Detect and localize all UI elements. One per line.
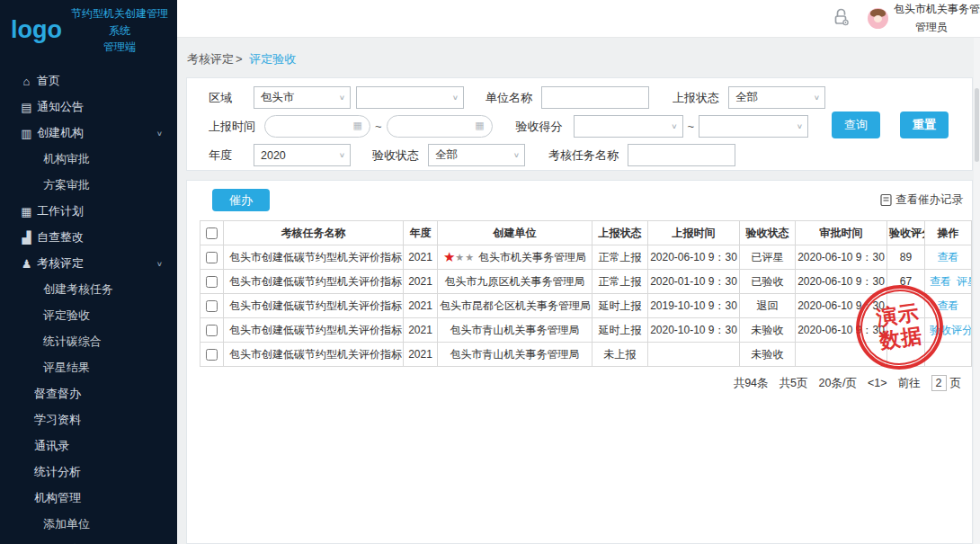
reset-button[interactable]: 重置 <box>900 111 949 138</box>
user-org-name: 包头市机关事务管理局 <box>894 1 980 18</box>
sidebar-item-contacts[interactable]: 通讯录 <box>0 433 177 459</box>
sidebar-menu: ⌂首页 ▤通知公告 ▥创建机构∨ 机构审批 方案审批 ▦工作计划 ▟自查整改 ♟… <box>0 68 177 544</box>
red-star-icon: ★ <box>443 249 455 264</box>
sidebar-item-notices[interactable]: ▤通知公告 <box>0 94 177 120</box>
calendar-icon: ▦ <box>475 120 484 131</box>
scrollbar-track[interactable] <box>974 38 980 544</box>
chevron-down-icon: ∨ <box>814 94 820 102</box>
view-urge-records-link[interactable]: 查看催办记录 <box>879 192 963 208</box>
chevron-down-icon: ∨ <box>671 122 677 130</box>
sidebar-item-org-approval[interactable]: 机构审批 <box>0 147 177 173</box>
unit-name-label: 单位名称 <box>486 90 532 106</box>
app-logo-block: logo 节约型机关创建管理系统 管理端 <box>0 0 177 59</box>
sidebar-item-home[interactable]: ⌂首页 <box>0 68 177 94</box>
task-name-input[interactable] <box>628 144 735 166</box>
org-icon: ▥ <box>19 127 34 140</box>
top-bar: 包头市机关事务管理局 管理员 <box>177 0 980 38</box>
search-button[interactable]: 查询 <box>832 111 880 138</box>
chevron-down-icon: ∨ <box>513 151 520 159</box>
breadcrumb-parent[interactable]: 考核评定 <box>187 52 234 66</box>
task-name-label: 考核任务名称 <box>548 147 619 164</box>
col-actions: 操作 <box>925 221 972 245</box>
filter-panel: 区域 包头市∨ ∨ 单位名称 上报状态 全部∨ 上报时间 ▦ ~ ▦ 验收得分 … <box>186 77 973 171</box>
gray-stars-icon: ★★ <box>455 252 475 263</box>
range-separator: ~ <box>375 120 382 133</box>
view-link[interactable]: 查看 <box>938 299 959 312</box>
score-to-select[interactable]: ∨ <box>699 115 808 138</box>
next-page-button[interactable]: > <box>880 377 886 389</box>
area-select[interactable]: 包头市∨ <box>254 86 351 109</box>
sidebar-item-star-results[interactable]: 评星结果 <box>0 355 177 381</box>
app-title: 节约型机关创建管理系统 管理端 <box>69 5 170 56</box>
logo: logo <box>11 16 62 44</box>
col-approve-time: 审批时间 <box>796 221 887 245</box>
chevron-down-icon: ∨ <box>339 151 345 159</box>
accept-score-link[interactable]: 验收评分 <box>930 324 972 336</box>
col-unit: 创建单位 <box>438 221 592 245</box>
sidebar-item-self-check[interactable]: ▟自查整改 <box>0 225 177 251</box>
select-all-checkbox[interactable] <box>206 227 218 239</box>
user-role: 管理员 <box>894 19 969 36</box>
sidebar-item-learning[interactable]: 学习资料 <box>0 407 177 433</box>
document-icon <box>879 193 893 207</box>
sidebar-item-carbon-stats[interactable]: 统计碳综合 <box>0 329 177 355</box>
table-panel: 催办 查看催办记录 考核任务名称 年度 创建单位 上报状态 上报时间 验收状态 … <box>186 180 973 544</box>
scrollbar-thumb[interactable] <box>975 88 979 162</box>
calendar-icon: ▦ <box>19 205 34 218</box>
breadcrumb: 考核评定> 评定验收 <box>187 51 296 67</box>
table-row: 包头市创建低碳节约型机关评价指标 2021 包头市昆都仑区机关事务管理局 延时上… <box>200 294 972 318</box>
year-select[interactable]: 2020∨ <box>254 144 351 166</box>
breadcrumb-current[interactable]: 评定验收 <box>249 52 296 66</box>
report-status-select[interactable]: 全部∨ <box>728 86 825 109</box>
table-row: 包头市创建低碳节约型机关评价指标 2021 ★★★包头市机关事务管理局 正常上报… <box>200 245 972 270</box>
select-all-cell <box>200 221 224 245</box>
star-rate-link[interactable]: 评星 <box>957 275 972 288</box>
table-row: 包头市创建低碳节约型机关评价指标 2021 包头市青山机关事务管理局 未上报 未… <box>200 343 972 367</box>
area-label: 区域 <box>209 90 254 106</box>
unlock-gear-icon[interactable] <box>832 7 851 31</box>
table-header-row: 考核任务名称 年度 创建单位 上报状态 上报时间 验收状态 审批时间 验收评分 … <box>200 221 972 245</box>
sidebar-item-supervision[interactable]: 督查督办 <box>0 381 177 407</box>
app-title-line2: 管理端 <box>69 39 170 56</box>
view-link[interactable]: 查看 <box>938 251 959 263</box>
area-sub-select[interactable]: ∨ <box>356 86 464 109</box>
table-row: 包头市创建低碳节约型机关评价指标 2021 包头市青山机关事务管理局 延时上报 … <box>200 318 972 343</box>
sidebar-item-assessment[interactable]: ♟考核评定∨ <box>0 251 177 277</box>
row-checkbox[interactable] <box>206 276 218 288</box>
col-accept-status: 验收状态 <box>740 221 796 245</box>
sidebar-item-plan-approval[interactable]: 方案审批 <box>0 173 177 199</box>
report-time-to-input[interactable]: ▦ <box>387 115 493 138</box>
notice-icon: ▤ <box>19 101 34 114</box>
breadcrumb-separator: > <box>236 52 243 66</box>
sidebar-item-work-plan[interactable]: ▦工作计划 <box>0 199 177 225</box>
sidebar-item-create-task[interactable]: 创建考核任务 <box>0 277 177 303</box>
avatar[interactable] <box>868 8 888 29</box>
urge-button[interactable]: 催办 <box>212 189 270 211</box>
report-time-from-input[interactable]: ▦ <box>264 115 370 138</box>
row-checkbox[interactable] <box>206 325 218 336</box>
accept-status-select[interactable]: 全部∨ <box>428 144 525 166</box>
sidebar-item-add-unit[interactable]: 添加单位 <box>0 512 177 538</box>
user-info[interactable]: 包头市机关事务管理局 管理员 <box>894 1 980 35</box>
sidebar-item-statistics[interactable]: 统计分析 <box>0 459 177 486</box>
sidebar-item-create-org[interactable]: ▥创建机构∨ <box>0 120 177 147</box>
row-checkbox[interactable] <box>206 300 218 312</box>
sidebar: logo 节约型机关创建管理系统 管理端 ⌂首页 ▤通知公告 ▥创建机构∨ 机构… <box>0 0 177 544</box>
col-report-status: 上报状态 <box>592 221 648 245</box>
score-from-select[interactable]: ∨ <box>574 115 683 138</box>
sidebar-item-acceptance[interactable]: 评定验收 <box>0 303 177 329</box>
col-task: 考核任务名称 <box>224 221 404 245</box>
unit-name-input[interactable] <box>541 86 649 109</box>
goto-page-input[interactable]: 2 <box>931 375 947 391</box>
sidebar-item-org-management[interactable]: 机构管理 <box>0 486 177 512</box>
total-items: 共94条 <box>734 376 769 391</box>
goto-unit: 页 <box>950 376 962 391</box>
row-checkbox[interactable] <box>206 252 218 263</box>
row-checkbox[interactable] <box>206 349 218 361</box>
col-score: 验收评分 <box>887 221 925 245</box>
chevron-down-icon: ∨ <box>339 94 345 102</box>
col-year: 年度 <box>404 221 438 245</box>
view-link[interactable]: 查看 <box>930 275 951 288</box>
sidebar-item-building-maintenance[interactable]: 建筑维护 <box>0 538 177 544</box>
range-separator: ~ <box>688 120 695 133</box>
